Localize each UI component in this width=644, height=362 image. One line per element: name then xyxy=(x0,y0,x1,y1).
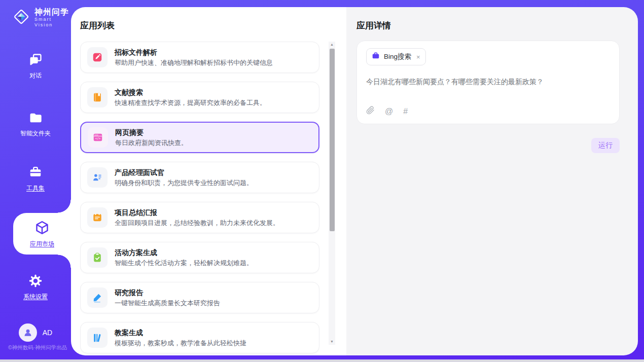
svg-text:</>: </> xyxy=(95,136,101,140)
app-list: 招标文件解析 帮助用户快速、准确地理解和解析招标书中的关键信息 文献搜索 xyxy=(80,42,319,355)
sidebar-item-label: 应用市场 xyxy=(30,240,54,247)
folder-icon xyxy=(28,111,43,126)
sidebar-item-label: 系统设置 xyxy=(23,293,48,300)
copyright-text: ©神州数码·神州问学出品 xyxy=(8,344,67,351)
app-name: 招标文件解析 xyxy=(115,48,273,57)
pen-report-icon xyxy=(87,287,108,308)
app-card-bid-document-analysis[interactable]: 招标文件解析 帮助用户快速、准确地理解和解析招标书中的关键信息 xyxy=(80,42,319,73)
toolbox-icon xyxy=(28,165,43,181)
sidebar-item-label: 智能文件夹 xyxy=(20,130,51,137)
books-icon xyxy=(87,328,108,348)
scroll-up-icon[interactable]: ▲ xyxy=(329,42,335,48)
close-icon[interactable]: × xyxy=(416,54,420,60)
briefcase-icon xyxy=(372,52,380,62)
prompt-input[interactable]: 今日湖北有哪些新闻要点？有哪些需要关注的最新政策？ xyxy=(366,77,610,87)
edit-doc-icon xyxy=(87,47,108,67)
app-desc: 帮助用户快速、准确地理解和解析招标书中的关键信息 xyxy=(115,59,273,67)
prompt-card: Bing搜索 × 今日湖北有哪些新闻要点？有哪些需要关注的最新政策？ @ # xyxy=(356,41,620,124)
user-avatar-icon xyxy=(19,323,37,342)
sidebar-item-smart-folder[interactable]: 智能文件夹 xyxy=(0,111,71,137)
sidebar-item-label: 工具集 xyxy=(26,185,45,192)
app-list-title: 应用列表 xyxy=(80,20,115,31)
app-list-scrollbar[interactable]: ▲ ▼ xyxy=(329,42,335,345)
app-list-panel: 应用列表 招标文件解析 帮助用户快速、准确地理解和解析招标书中的关键信息 xyxy=(71,7,346,355)
app-name: 研究报告 xyxy=(115,288,220,297)
app-card-project-summary[interactable]: 项目总结汇报 全面回顾项目进展，总结经验教训，助力未来优化发展。 xyxy=(80,202,319,233)
app-desc: 模板驱动，教案秒成，教学准备从此轻松快捷 xyxy=(115,339,246,347)
webpage-code-icon: </> xyxy=(88,127,108,148)
app-name: 产品经理面试官 xyxy=(115,168,253,177)
gear-icon xyxy=(28,274,43,289)
at-icon[interactable]: @ xyxy=(385,107,393,116)
app-name: 项目总结汇报 xyxy=(115,208,279,217)
app-name: 文献搜索 xyxy=(115,88,266,97)
app-name: 教案生成 xyxy=(115,329,246,337)
app-desc: 全面回顾项目进展，总结经验教训，助力未来优化发展。 xyxy=(115,219,279,227)
hash-icon[interactable]: # xyxy=(403,107,408,116)
cube-icon xyxy=(34,220,50,237)
book-icon xyxy=(87,87,108,107)
scrollbar-thumb[interactable] xyxy=(330,49,335,231)
interviewer-icon xyxy=(87,167,108,188)
user-name: AD xyxy=(43,329,52,337)
sidebar-item-app-market[interactable]: 应用市场 xyxy=(13,213,71,255)
sidebar-item-settings[interactable]: 系统设置 xyxy=(0,274,71,300)
app-detail-title: 应用详情 xyxy=(356,20,391,31)
chat-icon xyxy=(28,53,43,68)
scroll-down-icon[interactable]: ▼ xyxy=(329,339,335,345)
sidebar-item-toolset[interactable]: 工具集 xyxy=(0,165,71,192)
calendar-icon xyxy=(87,207,108,228)
app-card-webpage-summary[interactable]: </> 网页摘要 每日政府新闻资讯快查。 xyxy=(80,122,319,153)
brand-subtitle: Smart Vision xyxy=(34,17,71,28)
sidebar: 神州问学 Smart Vision 对话 智能文件夹 xyxy=(0,0,71,359)
app-card-pm-interviewer[interactable]: 产品经理面试官 明确身份和职责，为您提供专业性的面试问题。 xyxy=(80,162,319,193)
bottom-strip xyxy=(0,359,644,362)
content-area: 应用列表 招标文件解析 帮助用户快速、准确地理解和解析招标书中的关键信息 xyxy=(71,7,638,355)
paperclip-icon[interactable] xyxy=(366,106,375,117)
brand-name: 神州问学 xyxy=(34,8,71,17)
composer-toolbar: @ # xyxy=(366,106,610,117)
sidebar-item-label: 对话 xyxy=(29,72,42,79)
app-name: 网页摘要 xyxy=(115,128,188,137)
app-desc: 一键智能生成高质量长文本研究报告 xyxy=(115,299,220,307)
app-detail-panel: 应用详情 Bing搜索 × 今日湖北有哪些新闻要点？有哪些需要关注的最新政策？ xyxy=(346,7,638,355)
app-card-research-report[interactable]: 研究报告 一键智能生成高质量长文本研究报告 xyxy=(80,282,319,313)
app-desc: 明确身份和职责，为您提供专业性的面试问题。 xyxy=(115,179,253,187)
app-desc: 智能生成个性化活动方案，轻松解决规划难题。 xyxy=(115,259,253,267)
app-window: 神州问学 Smart Vision 对话 智能文件夹 xyxy=(0,0,644,362)
clipboard-check-icon xyxy=(87,247,108,268)
sidebar-item-chat[interactable]: 对话 xyxy=(0,53,71,79)
tool-chip-bing-search[interactable]: Bing搜索 × xyxy=(366,48,426,65)
app-desc: 每日政府新闻资讯快查。 xyxy=(115,139,188,147)
app-card-event-plan-generator[interactable]: 活动方案生成 智能生成个性化活动方案，轻松解决规划难题。 xyxy=(80,242,319,273)
app-desc: 快速精准查找学术资源，提高研究效率的必备工具。 xyxy=(115,99,266,107)
user-profile[interactable]: AD xyxy=(0,323,71,342)
tool-chip-label: Bing搜索 xyxy=(384,52,411,61)
run-button[interactable]: 运行 xyxy=(591,138,620,153)
diamond-logo-icon xyxy=(12,8,30,28)
app-name: 活动方案生成 xyxy=(115,248,253,257)
app-card-lesson-plan-generator[interactable]: 教案生成 模板驱动，教案秒成，教学准备从此轻松快捷 xyxy=(80,322,319,353)
brand-logo: 神州问学 Smart Vision xyxy=(12,8,71,28)
app-card-literature-search[interactable]: 文献搜索 快速精准查找学术资源，提高研究效率的必备工具。 xyxy=(80,82,319,113)
